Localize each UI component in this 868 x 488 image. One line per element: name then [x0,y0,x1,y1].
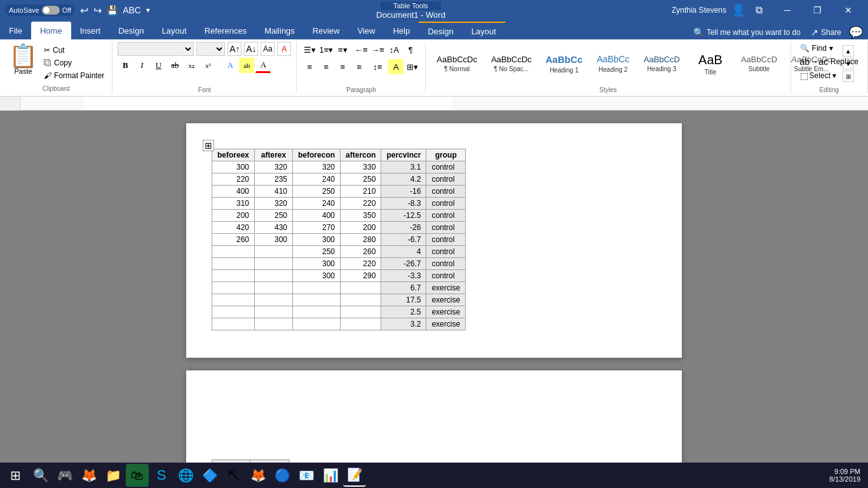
style-subtitle[interactable]: AaBbCcD Subtitle [735,51,783,76]
cell-group[interactable]: exercise [426,282,466,294]
cell-beforeex[interactable]: 220 [212,173,255,186]
spellcheck-btn[interactable]: ABC [123,5,141,15]
cell-beforeex[interactable] [212,270,255,282]
style-no-space[interactable]: AaBbCcDc ¶ No Spac... [485,51,538,76]
cell-group[interactable]: control [426,186,466,198]
taskbar-app6[interactable]: 🔷 [198,464,221,487]
tab-references[interactable]: References [196,22,255,39]
taskbar-word[interactable]: 📝 [343,464,366,487]
tab-view[interactable]: View [348,22,384,39]
cell-beforeex[interactable]: 420 [212,222,255,234]
increase-indent-btn[interactable]: →≡ [370,42,385,57]
cell-aftercon[interactable] [341,306,381,318]
cell-afterex[interactable]: 250 [255,210,293,222]
cell-beforecon[interactable]: 270 [293,222,341,234]
tab-mailings[interactable]: Mailings [255,22,304,39]
font-size-select[interactable] [196,42,225,56]
cell-aftercon[interactable]: 260 [341,246,381,258]
cell-beforecon[interactable] [293,318,341,330]
cell-group[interactable]: control [426,258,466,270]
cell-group[interactable]: control [426,234,466,246]
cell-group[interactable]: control [426,210,466,222]
copy-button[interactable]: ⿻ Copy [41,57,107,69]
tab-table-layout[interactable]: Layout [463,22,505,39]
bold-btn[interactable]: B [118,58,133,73]
cell-beforecon[interactable]: 240 [293,173,341,186]
cell-beforecon[interactable]: 300 [293,234,341,246]
taskbar-explorer[interactable]: 📁 [102,464,125,487]
paste-button[interactable]: 📋 Paste [5,42,41,78]
cell-afterex[interactable] [255,246,293,258]
cell-beforeex[interactable]: 200 [212,210,255,222]
cell-aftercon[interactable]: 290 [341,270,381,282]
cell-aftercon[interactable] [341,282,381,294]
line-spacing-btn[interactable]: ↕≡ [370,59,385,74]
tab-insert[interactable]: Insert [71,22,110,39]
superscript-btn[interactable]: x² [200,58,215,73]
cell-group[interactable]: exercise [426,318,466,330]
cell-percvincr[interactable]: 3.2 [381,318,426,330]
cell-percvincr[interactable]: 4.2 [381,173,426,186]
highlight-btn[interactable]: ab [239,58,254,73]
cell-group[interactable]: control [426,198,466,210]
cell-beforeex[interactable] [212,246,255,258]
cell-aftercon[interactable]: 220 [341,258,381,270]
borders-btn[interactable]: ⊞▾ [405,59,420,74]
cell-percvincr[interactable]: -26 [381,222,426,234]
cell-beforecon[interactable] [293,306,341,318]
cell-group[interactable]: control [426,246,466,258]
tab-layout[interactable]: Layout [153,22,196,39]
close-btn[interactable]: ✕ [834,0,863,20]
cell-beforecon[interactable]: 250 [293,186,341,198]
taskbar-app9[interactable]: 🔵 [271,464,294,487]
cell-afterex[interactable] [255,282,293,294]
underline-btn[interactable]: U [151,58,166,73]
share-label[interactable]: Share [821,28,841,37]
start-button[interactable]: ⊞ [3,463,28,488]
cell-percvincr[interactable]: 2.5 [381,306,426,318]
cell-afterex[interactable] [255,258,293,270]
taskbar-steam[interactable]: 🎮 [53,464,76,487]
cell-beforeex[interactable] [212,282,255,294]
font-name-select[interactable] [118,42,194,56]
numbering-btn[interactable]: 1≡▾ [318,42,334,57]
find-button[interactable]: 🔍 Find ▾ [796,42,862,55]
cell-beforecon[interactable]: 240 [293,198,341,210]
taskbar-firefox[interactable]: 🦊 [78,464,100,487]
taskbar-skype[interactable]: S [150,464,173,487]
tab-design[interactable]: Design [109,22,153,39]
ruler-corner[interactable] [0,97,20,111]
customize-btn[interactable]: ▾ [146,6,150,15]
taskbar-minecraft[interactable]: ⛏ [222,464,245,487]
italic-btn[interactable]: I [134,58,149,73]
taskbar-outlook[interactable]: 📧 [295,464,318,487]
cell-beforeex[interactable] [212,258,255,270]
cell-aftercon[interactable]: 330 [341,161,381,173]
multilevel-btn[interactable]: ≡▾ [335,42,350,57]
taskbar-powerpoint[interactable]: 📊 [319,464,342,487]
tab-help[interactable]: Help [384,22,419,39]
select-button[interactable]: ⬚ Select ▾ [796,69,862,83]
cell-beforecon[interactable]: 320 [293,161,341,173]
cell-group[interactable]: exercise [426,294,466,306]
cell-aftercon[interactable]: 220 [341,198,381,210]
cell-percvincr[interactable]: 3.1 [381,161,426,173]
cell-percvincr[interactable]: -6.7 [381,234,426,246]
cell-percvincr[interactable]: 4 [381,246,426,258]
show-hide-btn[interactable]: ¶ [403,42,418,57]
cell-afterex[interactable] [255,270,293,282]
cell-percvincr[interactable]: -12.5 [381,210,426,222]
cell-afterex[interactable] [255,318,293,330]
doc-scroll[interactable]: ⊞ beforeex afterex beforecon aftercon pe… [0,111,868,474]
align-center-btn[interactable]: ≡ [318,59,334,74]
cell-beforeex[interactable] [212,318,255,330]
change-case-btn[interactable]: Aa [261,42,275,56]
cell-afterex[interactable]: 320 [255,161,293,173]
strikethrough-btn[interactable]: ab [167,58,182,73]
cell-afterex[interactable] [255,306,293,318]
cell-beforecon[interactable] [293,294,341,306]
autosave-toggle-pill[interactable] [42,6,60,15]
cell-beforecon[interactable]: 300 [293,258,341,270]
style-normal[interactable]: AaBbCcDc ¶ Normal [431,51,483,76]
comments-btn[interactable]: 💬 [849,25,863,39]
